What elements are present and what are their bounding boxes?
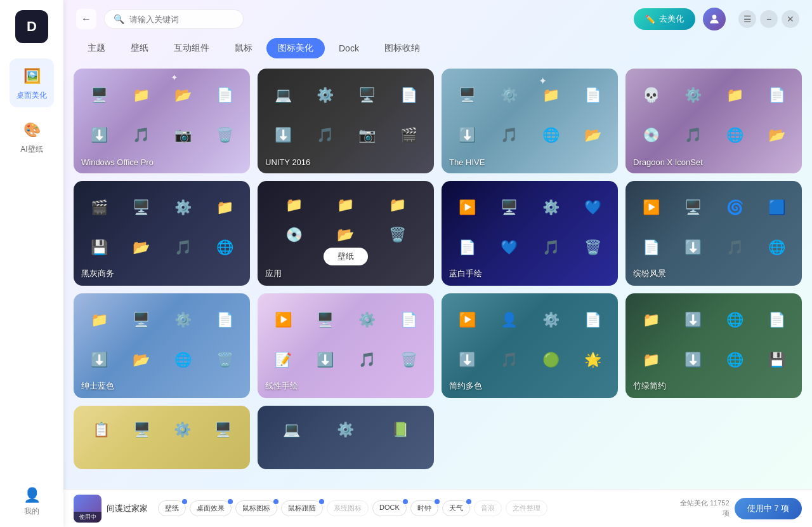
card-icon: ⚙️: [674, 77, 712, 114]
card-dragoon-x[interactable]: 💀 ⚙️ 📁 📄 💿 🎵 🌐 📂 Dragoon X IconSet: [625, 69, 802, 173]
card-the-hive[interactable]: ✦ 🖥️ ⚙️ 📁 📄 ⬇️ 🎵 🌐 📂 The HIVE: [442, 69, 618, 173]
bottom-bar: 使用中 间谍过家家 壁纸 桌面效果 鼠标图标 鼠标跟随 系统图标: [63, 489, 812, 527]
tag-clock[interactable]: 时钟: [410, 500, 438, 516]
card-app[interactable]: 📁 📁 📁 💿 📂 🗑️ 壁纸 应用: [258, 181, 434, 286]
card-icons: 🖥️ ⚙️ 📁 📄 ⬇️ 🎵 🌐 📂: [442, 69, 618, 158]
card-icon: ⚙️: [490, 77, 528, 114]
card-icon: 🌐: [716, 117, 754, 154]
card-icon: 🌐: [716, 342, 754, 378]
card-simple-color[interactable]: ▶️ 👤 ⚙️ 📄 ⬇️ 🎵 🟢 🌟 简约多色: [442, 293, 618, 398]
using-badge: 使用中: [74, 512, 102, 523]
card-icon: ⬇️: [306, 342, 344, 378]
card-icon: 🎵: [306, 117, 344, 154]
tag-system-icon[interactable]: 系统图标: [327, 500, 369, 516]
card-label: 应用: [265, 268, 282, 279]
tab-wallpaper[interactable]: 壁纸: [119, 38, 160, 58]
sidebar-bottom-mine[interactable]: 👤 我的: [23, 487, 41, 517]
tag-wallpaper[interactable]: 壁纸: [158, 500, 186, 516]
card-icon: ⚙️: [306, 77, 344, 114]
card-line-draw[interactable]: ▶️ 🖥️ ⚙️ 📄 📝 ⬇️ 🎵 🗑️ 线性手绘: [258, 293, 434, 398]
card-gentleman-blue[interactable]: 📁 🖥️ ⚙️ 📄 ⬇️ 📂 🌐 🗑️ 绅士蓝色: [74, 293, 250, 398]
card-icon: 📄: [206, 302, 244, 338]
card-bamboo[interactable]: 📁 ⬇️ 🌐 📄 📁 ⬇️ 🌐 💾 竹绿简约: [625, 293, 802, 398]
tab-icon-collect[interactable]: 图标收纳: [373, 38, 431, 58]
search-input[interactable]: [129, 15, 231, 24]
card-icon: 🖥️: [122, 190, 160, 226]
card-bottom1[interactable]: 📋 🖥️ ⚙️ 🖥️: [74, 406, 250, 469]
card-unity-2016[interactable]: 💻 ⚙️ 🖥️ 📄 ⬇️ 🎵 📷 🎬 UNITY 2016: [258, 69, 434, 173]
card-icon: 🌐: [532, 117, 570, 154]
app-logo: D: [15, 10, 48, 43]
card-dark-biz[interactable]: 🎬 🖥️ ⚙️ 📁 💾 📂 🎵 🌐 黑灰商务: [74, 181, 250, 286]
card-icon: 🎵: [490, 117, 528, 154]
card-icon: 🎵: [532, 230, 570, 266]
card-icon: 💻: [264, 77, 302, 114]
card-icon: 📄: [448, 230, 486, 266]
card-icon: ⬇️: [264, 117, 302, 154]
card-blue-paint[interactable]: ▶️ 🖥️ ⚙️ 💙 📄 💙 🎵 🗑️ 蓝白手绘: [442, 181, 618, 286]
card-icon: 👤: [490, 302, 528, 338]
minimize-button[interactable]: −: [760, 10, 778, 28]
card-icon: 🗑️: [390, 342, 428, 378]
card-gradient-scene[interactable]: ▶️ 🖥️ 🌀 🟦 📄 ⬇️ 🎵 🌐 缤纷风景: [625, 181, 802, 286]
sidebar-item-desktop[interactable]: 🖼️ 桌面美化: [10, 58, 54, 107]
window-controls: ☰ − ✕: [738, 10, 799, 28]
card-icon: 🖥️: [123, 415, 160, 445]
card-icon: ⬇️: [448, 117, 486, 154]
total-stats: 全站美化 11752 项: [680, 498, 730, 518]
user-icon: 👤: [23, 487, 41, 504]
main-content: ← 🔍 ✏️ 去美化 ☰ − ✕ 主题 壁纸 互动组件 鼠标 图标美化 Dock…: [63, 0, 812, 527]
card-bottom2[interactable]: 💻 ⚙️ 📗: [258, 406, 434, 469]
card-icon: 💾: [80, 230, 118, 266]
tag-sound-wave[interactable]: 音浪: [474, 500, 502, 516]
card-icons: 💻 ⚙️ 🖥️ 📄 ⬇️ 🎵 📷 🎬: [258, 69, 434, 158]
card-icon: 📗: [375, 415, 425, 445]
card-icon: ▶️: [264, 302, 302, 338]
tab-dock[interactable]: Dock: [327, 39, 370, 58]
card-icon: ⬇️: [448, 342, 486, 378]
menu-button[interactable]: ☰: [738, 10, 756, 28]
card-icons: ▶️ 🖥️ 🌀 🟦 📄 ⬇️ 🎵 🌐: [625, 181, 802, 270]
card-icons: 📁 🖥️ ⚙️ 📄 ⬇️ 📂 🌐 🗑️: [74, 293, 250, 383]
tag-mouse-follow[interactable]: 鼠标跟随: [281, 500, 323, 516]
card-icon: 🎵: [348, 342, 386, 378]
card-icons: ▶️ 🖥️ ⚙️ 📄 📝 ⬇️ 🎵 🗑️: [258, 293, 434, 383]
tag-weather[interactable]: 天气: [442, 500, 470, 516]
card-icon: 📄: [573, 302, 612, 338]
card-icon: 📄: [390, 77, 428, 114]
tab-mouse[interactable]: 鼠标: [223, 38, 264, 58]
card-windows-office[interactable]: ✦ 🖥️ 📁 📂 📄 ⬇️ 🎵 📷 🗑️ Windows Office Pro: [74, 69, 250, 173]
close-button[interactable]: ✕: [782, 10, 799, 28]
tag-file-organize[interactable]: 文件整理: [506, 500, 547, 516]
card-icons: 📋 🖥️ ⚙️ 🖥️: [74, 406, 250, 454]
card-icon: 💀: [632, 77, 670, 114]
card-icon: 🖥️: [80, 77, 118, 114]
use-button[interactable]: 使用中 7 项: [735, 498, 802, 519]
card-icon: ⚙️: [320, 415, 370, 445]
card-icon: 🌀: [716, 190, 754, 226]
card-icon: 📷: [164, 117, 202, 154]
tag-dock[interactable]: DOCK: [372, 500, 407, 516]
tab-theme[interactable]: 主题: [76, 38, 117, 58]
tag-mouse-icon[interactable]: 鼠标图标: [235, 500, 277, 516]
card-icon: 🎵: [674, 117, 712, 154]
card-icons: 🖥️ 📁 📂 📄 ⬇️ 🎵 📷 🗑️: [74, 69, 250, 158]
card-icons: 💀 ⚙️ 📁 📄 💿 🎵 🌐 📂: [625, 69, 802, 158]
tab-interactive[interactable]: 互动组件: [162, 38, 221, 58]
avatar-button[interactable]: [703, 8, 726, 30]
tab-icon-beauty[interactable]: 图标美化: [266, 38, 325, 58]
card-icon: 📁: [122, 77, 160, 114]
nav-tabs: 主题 壁纸 互动组件 鼠标 图标美化 Dock 图标收纳: [63, 38, 812, 63]
tag-desktop-effect[interactable]: 桌面效果: [190, 500, 232, 516]
back-button[interactable]: ←: [76, 9, 96, 29]
sidebar-bottom-label: 我的: [24, 506, 39, 517]
card-icon: 🗑️: [573, 230, 612, 266]
card-icon: 📂: [164, 77, 202, 114]
icon-pack-grid: ✦ 🖥️ 📁 📂 📄 ⬇️ 🎵 📷 🗑️ Windows Office Pro …: [74, 69, 802, 469]
card-icon: ⚙️: [348, 302, 386, 338]
card-icons: 📁 ⬇️ 🌐 📄 📁 ⬇️ 🌐 💾: [625, 293, 802, 383]
card-icon: 🗑️: [206, 342, 244, 378]
sidebar-item-ai-wallpaper[interactable]: 🎨 AI壁纸: [10, 112, 54, 161]
card-icon: 📁: [532, 77, 570, 114]
beautify-button[interactable]: ✏️ 去美化: [634, 8, 695, 30]
